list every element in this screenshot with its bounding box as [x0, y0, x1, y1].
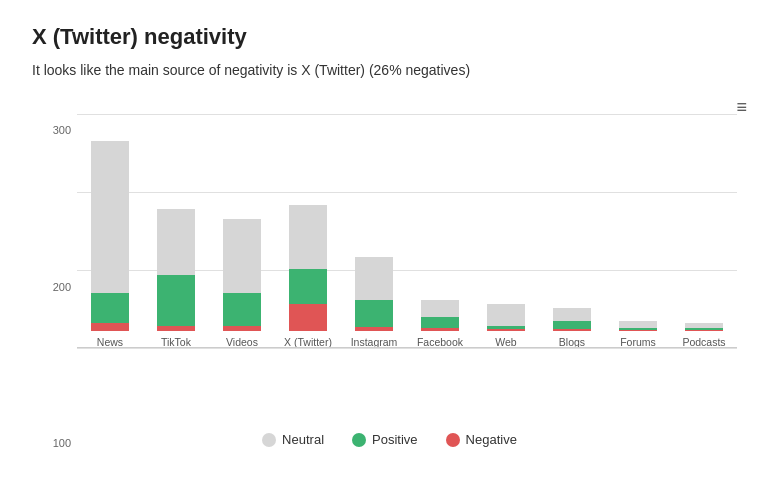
bar-segment-neutral — [619, 321, 657, 328]
bar-segment-negative — [289, 304, 327, 331]
legend-label-positive: Positive — [372, 432, 418, 447]
bar-segment-positive — [91, 293, 129, 323]
y-label-300: 300 — [53, 124, 71, 136]
bar-segment-positive — [157, 275, 195, 326]
bar-segment-negative — [487, 329, 525, 331]
y-label-100: 100 — [53, 437, 71, 449]
y-label-200: 200 — [53, 281, 71, 293]
stacked-bar — [685, 323, 723, 331]
legend-dot-neutral — [262, 433, 276, 447]
bar-segment-positive — [223, 293, 261, 326]
bar-segment-negative — [619, 330, 657, 331]
legend-item-negative: Negative — [446, 432, 517, 447]
legend-item-neutral: Neutral — [262, 432, 324, 447]
legend-dot-positive — [352, 433, 366, 447]
bar-segment-neutral — [487, 304, 525, 326]
bar-group-podcasts: Podcasts — [680, 323, 728, 348]
legend-label-negative: Negative — [466, 432, 517, 447]
stacked-bar — [223, 219, 261, 331]
bar-segment-negative — [91, 323, 129, 331]
x-axis-line — [77, 347, 737, 348]
stacked-bar — [487, 304, 525, 331]
bar-segment-negative — [157, 326, 195, 331]
bar-segment-neutral — [91, 141, 129, 293]
bar-segment-negative — [223, 326, 261, 331]
bar-group-blogs: Blogs — [548, 308, 596, 348]
bar-segment-negative — [421, 328, 459, 331]
bar-group-forums: Forums — [614, 321, 662, 348]
stacked-bar — [553, 308, 591, 331]
stacked-bar — [421, 300, 459, 331]
legend: NeutralPositiveNegative — [32, 432, 747, 447]
bar-segment-positive — [421, 317, 459, 328]
grid-line-0: 0 — [77, 348, 737, 349]
chart-area: 0100200300NewsTikTokVideosX (Twitter)Ins… — [77, 98, 737, 348]
bar-group-facebook: Facebook — [416, 300, 464, 348]
bar-group-news: News — [86, 141, 134, 348]
bar-segment-neutral — [289, 205, 327, 269]
bar-segment-negative — [553, 329, 591, 331]
legend-dot-negative — [446, 433, 460, 447]
bar-group-tiktok: TikTok — [152, 209, 200, 348]
chart-container: ≡ 0100200300NewsTikTokVideosX (Twitter)I… — [32, 98, 747, 418]
stacked-bar — [91, 141, 129, 331]
bar-segment-neutral — [421, 300, 459, 317]
bar-segment-neutral — [355, 257, 393, 300]
bar-segment-neutral — [157, 209, 195, 275]
bar-segment-negative — [685, 330, 723, 331]
bar-segment-positive — [355, 300, 393, 327]
bar-group-instagram: Instagram — [350, 257, 398, 348]
stacked-bar — [157, 209, 195, 331]
legend-item-positive: Positive — [352, 432, 418, 447]
stacked-bar — [289, 205, 327, 331]
stacked-bar — [355, 257, 393, 331]
bars-row: NewsTikTokVideosX (Twitter)InstagramFace… — [77, 98, 737, 348]
page-title: X (Twitter) negativity — [32, 24, 747, 50]
subtitle: It looks like the main source of negativ… — [32, 62, 747, 78]
bar-group-x--twitter-: X (Twitter) — [284, 205, 332, 348]
menu-icon[interactable]: ≡ — [736, 98, 747, 116]
bar-segment-negative — [355, 327, 393, 331]
bar-segment-neutral — [223, 219, 261, 293]
bar-segment-neutral — [553, 308, 591, 321]
legend-label-neutral: Neutral — [282, 432, 324, 447]
bar-segment-positive — [553, 321, 591, 329]
bar-group-videos: Videos — [218, 219, 266, 348]
bar-group-web: Web — [482, 304, 530, 348]
bar-segment-positive — [289, 269, 327, 304]
stacked-bar — [619, 321, 657, 331]
